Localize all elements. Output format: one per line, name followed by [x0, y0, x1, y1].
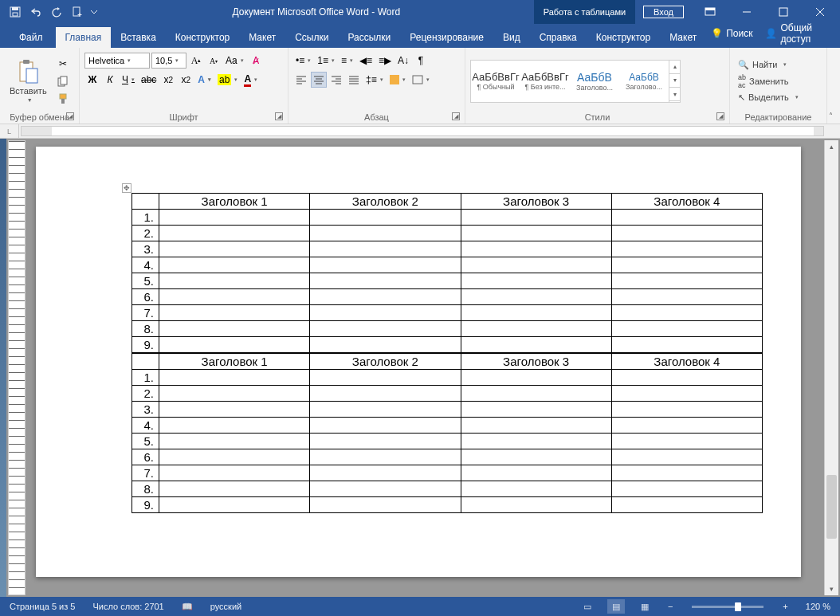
table-cell[interactable]	[611, 210, 762, 226]
table-cell[interactable]	[461, 226, 611, 241]
table-cell[interactable]	[310, 418, 461, 434]
table-cell[interactable]	[310, 497, 461, 513]
zoom-in-button[interactable]: +	[779, 600, 791, 613]
table-cell[interactable]	[310, 370, 461, 386]
table-cell[interactable]	[159, 370, 310, 386]
bullets-icon[interactable]: •≡▾	[293, 53, 313, 69]
table-row-number[interactable]: 4.	[132, 418, 159, 434]
tab-references[interactable]: Ссылки	[285, 27, 338, 48]
table-cell[interactable]	[159, 321, 310, 337]
table-cell[interactable]	[611, 370, 762, 386]
table-cell[interactable]	[461, 481, 611, 497]
collapse-ribbon-icon[interactable]: ˄	[827, 108, 840, 124]
table-cell[interactable]	[461, 210, 611, 226]
tab-file[interactable]: Файл	[6, 27, 56, 48]
table-cell[interactable]	[461, 418, 611, 434]
borders-icon[interactable]: ▾	[410, 72, 432, 88]
tab-review[interactable]: Рецензирование	[400, 27, 493, 48]
table-cell[interactable]	[611, 418, 762, 434]
table-cell[interactable]	[310, 273, 461, 289]
vertical-ruler[interactable]	[8, 140, 26, 595]
table-cell[interactable]	[611, 289, 762, 305]
table-row-number[interactable]: 4.	[132, 257, 159, 273]
paste-button[interactable]: Вставить ▼	[5, 51, 52, 111]
document-scroll-area[interactable]: ✥ Заголовок 1Заголовок 2Заголовок 3Загол…	[27, 139, 824, 597]
table-cell[interactable]	[159, 337, 310, 353]
table-row-number[interactable]: 8.	[132, 321, 159, 337]
table-header[interactable]: Заголовок 4	[611, 194, 762, 210]
table-cell[interactable]	[611, 465, 762, 481]
align-center-icon[interactable]	[311, 72, 327, 88]
tab-table-design[interactable]: Конструктор	[587, 27, 660, 48]
bold-button[interactable]: Ж	[84, 72, 100, 88]
table-cell[interactable]	[159, 241, 310, 257]
document-table-1[interactable]: Заголовок 1Заголовок 2Заголовок 3Заголов…	[131, 193, 763, 353]
table-cell[interactable]	[310, 241, 461, 257]
table-cell[interactable]	[159, 289, 310, 305]
table-cell[interactable]	[310, 321, 461, 337]
table-cell[interactable]	[461, 289, 611, 305]
table-cell[interactable]	[310, 449, 461, 465]
read-mode-icon[interactable]: ▭	[579, 599, 596, 614]
save-icon[interactable]	[6, 3, 24, 21]
tab-mailings[interactable]: Рассылки	[338, 27, 400, 48]
shrink-font-icon[interactable]: A▾	[206, 53, 222, 69]
table-cell[interactable]	[461, 337, 611, 353]
table-cell[interactable]	[461, 257, 611, 273]
table-cell[interactable]	[159, 418, 310, 434]
table-cell[interactable]	[159, 257, 310, 273]
font-dialog-launcher[interactable]: ◢	[275, 112, 283, 120]
table-cell[interactable]	[461, 465, 611, 481]
tab-insert[interactable]: Вставка	[111, 27, 166, 48]
zoom-out-button[interactable]: −	[665, 600, 676, 613]
table-cell[interactable]	[159, 273, 310, 289]
table-cell[interactable]	[611, 434, 762, 449]
table-cell[interactable]	[461, 241, 611, 257]
table-cell[interactable]	[461, 386, 611, 402]
line-spacing-icon[interactable]: ‡≡▾	[363, 72, 386, 88]
table-cell[interactable]	[611, 321, 762, 337]
vertical-scrollbar[interactable]: ▴ ▾	[824, 140, 838, 595]
table-cell[interactable]	[310, 386, 461, 402]
shading-icon[interactable]: ▾	[387, 72, 408, 88]
increase-indent-icon[interactable]: ≡▶	[376, 53, 394, 69]
table-cell[interactable]	[159, 481, 310, 497]
status-page[interactable]: Страница 5 из 5	[6, 600, 78, 613]
table-header[interactable]: Заголовок 1	[159, 194, 310, 210]
table-row-number[interactable]: 9.	[132, 337, 159, 353]
table-row-number[interactable]: 2.	[132, 226, 159, 241]
table-cell[interactable]	[159, 434, 310, 449]
styles-dialog-launcher[interactable]: ◢	[716, 112, 724, 120]
tab-help[interactable]: Справка	[530, 27, 587, 48]
paragraph-dialog-launcher[interactable]: ◢	[452, 112, 460, 120]
superscript-icon[interactable]: x2	[178, 72, 194, 88]
table-cell[interactable]	[461, 449, 611, 465]
clipboard-dialog-launcher[interactable]: ◢	[66, 112, 74, 120]
web-layout-icon[interactable]: ▦	[636, 599, 654, 614]
cut-icon[interactable]: ✂	[55, 56, 71, 72]
table-cell[interactable]	[611, 273, 762, 289]
table-cell[interactable]	[159, 465, 310, 481]
clear-formatting-icon[interactable]: A̷	[248, 53, 264, 69]
zoom-slider[interactable]	[692, 606, 763, 608]
tab-home[interactable]: Главная	[56, 27, 112, 48]
tab-table-layout[interactable]: Макет	[660, 27, 706, 48]
table-header[interactable]: Заголовок 3	[461, 354, 611, 370]
table-cell[interactable]	[310, 481, 461, 497]
sign-in-button[interactable]: Вход	[643, 6, 684, 18]
table-cell[interactable]	[461, 305, 611, 321]
table-cell[interactable]	[611, 257, 762, 273]
align-left-icon[interactable]	[293, 72, 309, 88]
sort-icon[interactable]: A↓	[395, 53, 411, 69]
table-cell[interactable]	[159, 226, 310, 241]
change-case-icon[interactable]: Aa▾	[223, 53, 246, 69]
table-cell[interactable]	[310, 305, 461, 321]
table-cell[interactable]	[159, 402, 310, 418]
styles-gallery[interactable]: АаБбВвГг¶ Обычный АаБбВвГг¶ Без инте... …	[470, 60, 681, 103]
style-normal[interactable]: АаБбВвГг¶ Обычный	[471, 61, 520, 102]
table-cell[interactable]	[310, 402, 461, 418]
font-size-combo[interactable]: 10,5▾	[151, 53, 186, 69]
table-cell[interactable]	[159, 210, 310, 226]
spellcheck-icon[interactable]: 📖	[179, 600, 196, 614]
qat-customize-icon[interactable]	[89, 3, 99, 21]
